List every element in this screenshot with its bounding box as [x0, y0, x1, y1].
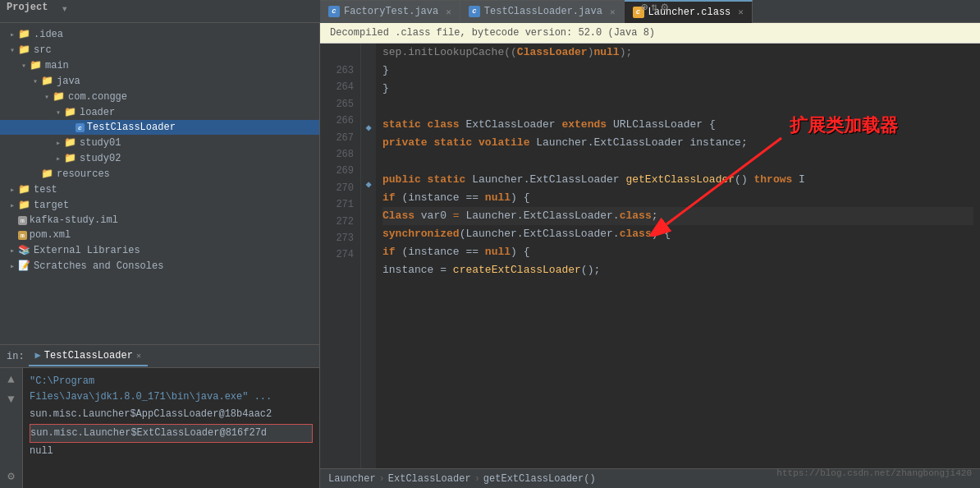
tree-label-src: src — [34, 44, 52, 56]
code-text-272: synchronized(Launcher.ExtClassLoader.cla… — [382, 228, 671, 240]
kw-class: class — [428, 118, 466, 131]
settings-icon[interactable]: ⚙ — [6, 467, 16, 485]
code-line-267: private static volatile Launcher.ExtClas… — [382, 134, 973, 152]
tree-item-main[interactable]: ▾ 📁 main — [0, 58, 319, 73]
tree-item-target[interactable]: ▸ 📁 target — [0, 197, 319, 213]
sidebar-header-icons: Project ▾ — [7, 2, 68, 16]
marker-268 — [363, 157, 374, 176]
tree-item-study01[interactable]: ▸ 📁 study01 — [0, 135, 319, 150]
folder-icon-study02: 📁 — [64, 152, 76, 164]
tree-item-test[interactable]: ▸ 📁 test — [0, 182, 319, 197]
type-extclassloader: Launcher.ExtClassLoader instance; — [536, 136, 747, 149]
tab-test-class-loader-label: TestClassLoader.java — [484, 6, 602, 17]
code-line-top: sep.initLookupCache((ClassLoader)null); — [382, 44, 973, 62]
code-line-266: static class ExtClassLoader extends URLC… — [382, 116, 973, 134]
console-text-null: null — [30, 445, 53, 457]
chevron-down-icon[interactable]: ▾ — [61, 2, 67, 16]
tree-item-scratches[interactable]: ▸ 📝 Scratches and Consoles — [0, 258, 319, 274]
marker-271 — [363, 214, 374, 232]
tree-label-com-congge: com.congge — [68, 91, 127, 103]
tab-factory-test[interactable]: c FactoryTest.java ✕ — [320, 0, 460, 23]
tree-label-iml: kafka-study.iml — [30, 214, 118, 226]
return-type: Launcher.ExtClassLoader — [472, 173, 625, 186]
folder-icon-target: 📁 — [18, 199, 30, 211]
bottom-tab-label: TestClassLoader — [44, 350, 133, 361]
run-label: in: — [7, 351, 25, 362]
tab-factory-test-close[interactable]: ✕ — [446, 7, 451, 17]
expand-arrow-loader: ▾ — [53, 108, 64, 117]
line-numbers: 263 264 265 266 267 268 269 270 271 272 … — [320, 44, 361, 468]
java-file-icon: c — [328, 6, 340, 17]
editor-toolbar: ⊕ ⇅ ⚙ — [641, 0, 668, 14]
expand-arrow-study02: ▸ — [53, 154, 64, 163]
tree-item-java[interactable]: ▾ 📁 java — [0, 73, 319, 89]
code-text-263: } — [382, 64, 389, 76]
folder-icon-resources: 📁 — [41, 168, 53, 180]
bottom-tab-testclassloader[interactable]: ▶ TestClassLoader ✕ — [29, 346, 148, 366]
bottom-content: ▲ ▼ ⚙ "C:\Program Files\Java\jdk1.8.0_17… — [0, 368, 319, 488]
folder-icon-java: 📁 — [41, 75, 53, 87]
marker-265 — [363, 100, 374, 119]
expand-arrow-ext: ▸ — [7, 246, 18, 256]
breadcrumb-extclassloader: ExtClassLoader — [388, 473, 471, 485]
plus-icon[interactable]: ⊕ — [641, 0, 648, 14]
exception-type: I — [799, 173, 805, 186]
breadcrumb-getextclassloader: getExtClassLoader() — [483, 473, 596, 485]
code-content[interactable]: sep.initLookupCache((ClassLoader)null); … — [376, 44, 980, 468]
marker-blank — [363, 44, 374, 62]
marker-273 — [363, 251, 374, 270]
class-urlclassloader: URLClassLoader — [613, 118, 709, 131]
tree-item-com-congge[interactable]: ▾ 📁 com.congge — [0, 89, 319, 104]
kw-extends: extends — [561, 118, 612, 131]
code-text-264: } — [382, 82, 389, 94]
tree-item-iml[interactable]: m kafka-study.iml — [0, 213, 319, 228]
console-line-ext: sun.misc.Launcher$ExtClassLoader@816f27d — [30, 424, 313, 443]
tree-item-resources[interactable]: 📁 resources — [0, 166, 319, 182]
project-tree: ▸ 📁 .idea ▾ 📁 src ▾ 📁 main — [0, 23, 319, 344]
decompiled-banner: Decompiled .class file, bytecode version… — [320, 23, 980, 44]
bottom-panel-header: in: ▶ TestClassLoader ✕ — [0, 345, 319, 368]
paren-269: () — [735, 173, 753, 186]
down-icon[interactable]: ▼ — [6, 391, 16, 407]
tab-test-class-loader[interactable]: c TestClassLoader.java ✕ — [460, 0, 625, 23]
code-line-270: if (instance == null) { — [382, 189, 973, 207]
kw-static2: static — [428, 173, 473, 186]
tree-item-loader[interactable]: ▾ 📁 loader — [0, 104, 319, 120]
tree-item-idea[interactable]: ▸ 📁 .idea — [0, 26, 319, 42]
tab-launcher-class-close[interactable]: ✕ — [738, 7, 744, 17]
tree-item-src[interactable]: ▾ 📁 src — [0, 42, 319, 58]
sidebar: ▸ 📁 .idea ▾ 📁 src ▾ 📁 main — [0, 23, 320, 488]
marker-272 — [363, 232, 374, 251]
main-layout: ▸ 📁 .idea ▾ 📁 src ▾ 📁 main — [0, 23, 980, 488]
marker-264 — [363, 81, 374, 100]
sort-icon[interactable]: ⇅ — [651, 0, 657, 14]
tree-item-external-libs[interactable]: ▸ 📚 External Libraries — [0, 242, 319, 258]
tree-label-main: main — [45, 60, 69, 71]
up-icon[interactable]: ▲ — [6, 371, 16, 388]
code-line-274: instance = createExtClassLoader(); — [382, 261, 973, 279]
gear-icon[interactable]: ⚙ — [662, 0, 668, 14]
collapse-arrow: ▸ — [7, 30, 18, 39]
project-label: Project — [7, 2, 48, 16]
breadcrumb-launcher: Launcher — [328, 473, 376, 485]
tree-label-idea: .idea — [34, 29, 63, 40]
tree-item-study02[interactable]: ▸ 📁 study02 — [0, 150, 319, 166]
breadcrumb-sep-1: › — [379, 473, 385, 485]
folder-icon: 📁 — [18, 28, 30, 40]
tab-bar: Project ▾ ⊕ ⇅ ⚙ c FactoryTest.java ✕ c T… — [0, 0, 980, 23]
tree-label-resources: resources — [57, 168, 110, 180]
bottom-side-icons: ▲ ▼ ⚙ — [0, 368, 23, 488]
tree-item-pom[interactable]: m pom.xml — [0, 228, 319, 242]
expand-arrow-scratches: ▸ — [7, 261, 18, 271]
console-line-app: sun.misc.Launcher$AppClassLoader@18b4aac… — [30, 406, 313, 423]
code-editor[interactable]: 263 264 265 266 267 268 269 270 271 272 … — [320, 44, 980, 468]
bottom-tab-close[interactable]: ✕ — [136, 351, 141, 361]
kw-throws: throws — [753, 173, 799, 186]
console-text-ext: sun.misc.Launcher$ExtClassLoader@816f27d — [30, 427, 267, 439]
decompiled-banner-text: Decompiled .class file, bytecode version… — [330, 27, 655, 39]
tab-test-class-loader-close[interactable]: ✕ — [610, 7, 616, 17]
tree-label-test: test — [34, 184, 57, 196]
tree-item-testclassloader[interactable]: c TestClassLoader — [0, 120, 319, 135]
folder-icon-loader: 📁 — [64, 106, 76, 118]
folder-icon-src: 📁 — [18, 44, 30, 56]
